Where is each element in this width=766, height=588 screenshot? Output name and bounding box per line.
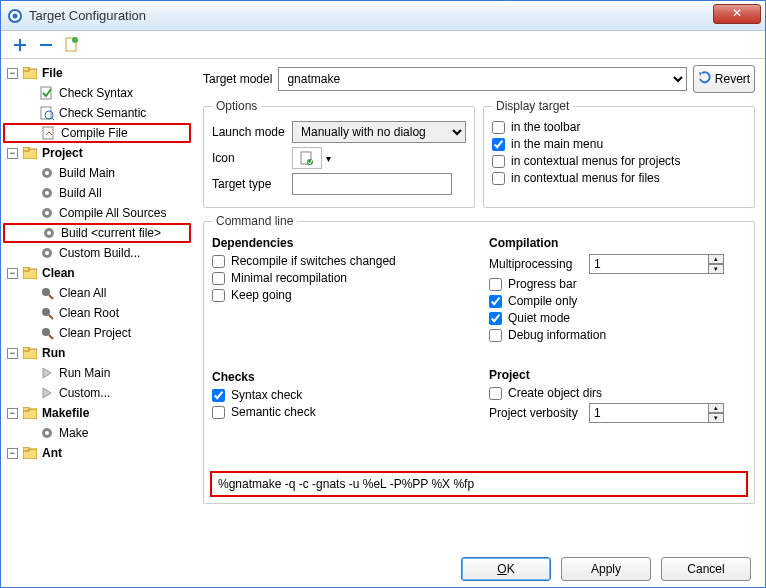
gear-icon [39,185,55,201]
tree-label: Check Syntax [59,86,133,100]
multi-input[interactable] [589,254,709,274]
tree-make[interactable]: Make [3,423,191,443]
close-button[interactable]: ✕ [713,4,761,24]
tree-compile-all[interactable]: Compile All Sources [3,203,191,223]
new-file-icon[interactable] [63,36,81,54]
tree-label: Run Main [59,366,110,380]
icon-label: Icon [212,151,292,165]
collapse-icon[interactable]: − [7,348,18,359]
svg-rect-38 [23,447,29,451]
checks-heading: Checks [212,370,469,384]
launch-mode-select[interactable]: Manually with no dialog [292,121,466,143]
target-type-input[interactable] [292,173,452,195]
folder-icon [22,405,38,421]
tree-build-main[interactable]: Build Main [3,163,191,183]
gear-icon [41,225,57,241]
chk-syntax-label: Syntax check [231,388,302,402]
footer: OK Apply Cancel [1,549,765,588]
tree-label: Build <current file> [61,226,161,240]
chk-compile-only[interactable] [489,295,502,308]
tree-label: Build All [59,186,102,200]
collapse-icon[interactable]: − [7,148,18,159]
collapse-icon[interactable]: − [7,268,18,279]
chk-mainmenu[interactable] [492,138,505,151]
command-line-group: Command line Dependencies Recompile if s… [203,214,755,504]
svg-point-28 [42,288,50,296]
proj-heading: Project [489,368,746,382]
command-line-value: %gnatmake -q -c -gnats -u %eL -P%PP %X %… [218,477,474,491]
apply-button[interactable]: Apply [561,557,651,581]
add-icon[interactable] [11,36,29,54]
close-icon: ✕ [732,6,742,20]
tree-ant[interactable]: − Ant [3,443,191,463]
tree-check-semantic[interactable]: Check Semantic [3,103,191,123]
remove-icon[interactable] [37,36,55,54]
chk-toolbar-label: in the toolbar [511,120,580,134]
tree-custom-build[interactable]: Custom Build... [3,243,191,263]
folder-icon [22,345,38,361]
tree-clean[interactable]: − Clean [3,263,191,283]
collapse-icon[interactable]: − [7,68,18,79]
command-line-text[interactable]: %gnatmake -q -c -gnats -u %eL -P%PP %X %… [210,471,748,497]
tree-clean-all[interactable]: Clean All [3,283,191,303]
chk-semantic[interactable] [212,406,225,419]
tree-build-all[interactable]: Build All [3,183,191,203]
multi-label: Multiprocessing [489,257,589,271]
chk-create-obj[interactable] [489,387,502,400]
collapse-icon[interactable]: − [7,448,18,459]
svg-rect-8 [23,67,29,71]
icon-picker[interactable] [292,147,322,169]
titlebar: Target Configuration ✕ [1,1,765,31]
revert-button[interactable]: Revert [693,65,755,93]
tree-run-custom[interactable]: Custom... [3,383,191,403]
apply-label: Apply [591,562,621,576]
chk-ctx-file[interactable] [492,172,505,185]
chevron-down-icon[interactable]: ▾ [326,153,331,164]
tree-makefile[interactable]: − Makefile [3,403,191,423]
tree-compile-file[interactable]: Compile File [3,123,191,143]
tree-clean-project[interactable]: Clean Project [3,323,191,343]
chk-quiet[interactable] [489,312,502,325]
tree-run-main[interactable]: Run Main [3,363,191,383]
tree-label: Custom... [59,386,110,400]
check-semantic-icon [39,105,55,121]
chk-progress[interactable] [489,278,502,291]
cancel-button[interactable]: Cancel [661,557,751,581]
tree-run[interactable]: − Run [3,343,191,363]
chk-toolbar[interactable] [492,121,505,134]
target-model-select[interactable]: gnatmake [278,67,687,91]
chk-debug[interactable] [489,329,502,342]
svg-point-30 [42,328,50,336]
chk-quiet-label: Quiet mode [508,311,570,325]
svg-point-23 [47,231,51,235]
chk-mainmenu-label: in the main menu [511,137,603,151]
svg-rect-27 [23,267,29,271]
tree-clean-root[interactable]: Clean Root [3,303,191,323]
tree-project[interactable]: − Project [3,143,191,163]
folder-icon [22,445,38,461]
tree-check-syntax[interactable]: Check Syntax [3,83,191,103]
window-title: Target Configuration [29,8,146,23]
folder-icon [22,265,38,281]
tree-file[interactable]: − File [3,63,191,83]
chk-syntax[interactable] [212,389,225,402]
ok-button[interactable]: OK [461,557,551,581]
chk-ctx-proj[interactable] [492,155,505,168]
chk-semantic-label: Semantic check [231,405,316,419]
tree-label: Compile All Sources [59,206,166,220]
spinner-buttons[interactable]: ▴▾ [708,403,724,423]
tree-label: Check Semantic [59,106,146,120]
tree-label: Clean Root [59,306,119,320]
broom-icon [39,285,55,301]
tree-label: Project [42,146,83,160]
check-syntax-icon [39,85,55,101]
tree-build-current[interactable]: Build <current file> [3,223,191,243]
spinner-buttons[interactable]: ▴▾ [708,254,724,274]
chk-minimal[interactable] [212,272,225,285]
chk-recompile[interactable] [212,255,225,268]
chk-keep[interactable] [212,289,225,302]
options-group: Options Launch mode Manually with no dia… [203,99,475,208]
revert-label: Revert [715,72,750,86]
collapse-icon[interactable]: − [7,408,18,419]
verbosity-input[interactable] [589,403,709,423]
